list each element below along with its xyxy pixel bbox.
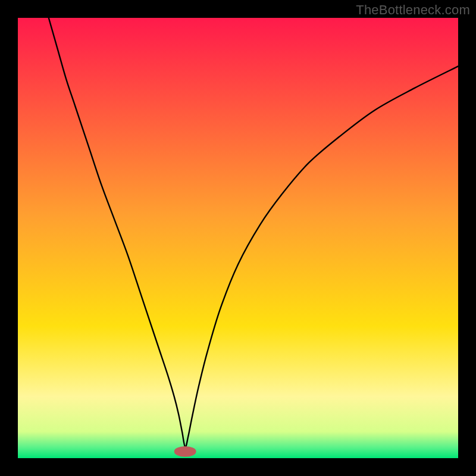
chart-frame: TheBottleneck.com	[0, 0, 476, 476]
watermark-text: TheBottleneck.com	[356, 2, 470, 18]
chart-svg	[18, 18, 458, 458]
plot-area	[18, 18, 458, 458]
gradient-background	[18, 18, 458, 458]
optimal-marker	[174, 446, 196, 457]
